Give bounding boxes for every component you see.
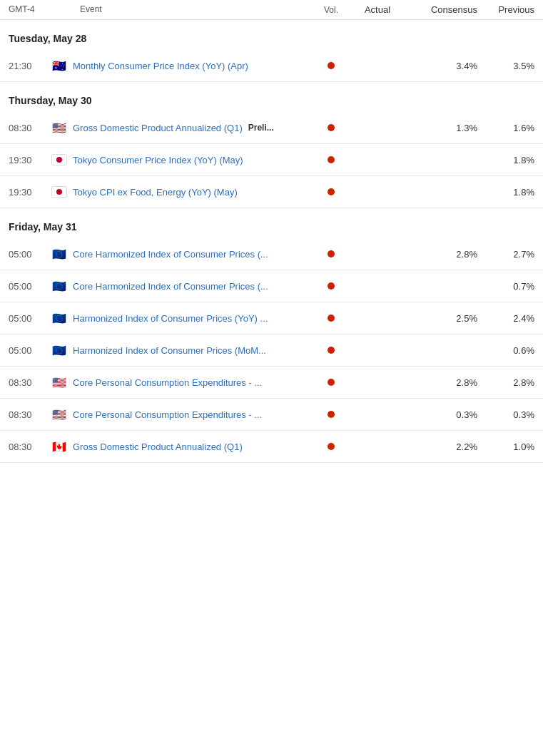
vol-dot [328, 379, 335, 386]
event-time: 19:30 [9, 155, 51, 165]
event-name[interactable]: Tokyo CPI ex Food, Energy (YoY) (May) [73, 187, 238, 198]
table-row: 08:30🇺🇸Core Personal Consumption Expendi… [0, 399, 543, 431]
date-heading: Friday, May 31 [0, 208, 543, 238]
flag-eu: 🇪🇺 [51, 312, 67, 324]
event-name[interactable]: Core Harmonized Index of Consumer Prices… [73, 281, 268, 292]
vol-indicator [313, 347, 349, 354]
vol-indicator [313, 188, 349, 195]
event-name[interactable]: Core Harmonized Index of Consumer Prices… [73, 249, 268, 260]
col-previous-header: Previous [477, 4, 534, 15]
event-time: 08:30 [9, 441, 51, 452]
event-content: 🇺🇸Core Personal Consumption Expenditures… [51, 377, 313, 388]
table-row: 05:00🇪🇺Core Harmonized Index of Consumer… [0, 238, 543, 270]
vol-indicator [313, 379, 349, 386]
col-timezone: GMT-4 [9, 4, 51, 15]
date-heading: Tuesday, May 28 [0, 20, 543, 50]
table-row: 19:30Tokyo Consumer Price Index (YoY) (M… [0, 144, 543, 176]
event-time: 08:30 [9, 123, 51, 133]
vol-dot [328, 62, 335, 69]
event-badge: Preli... [248, 123, 274, 133]
flag-us: 🇺🇸 [51, 122, 67, 133]
event-content: 🇨🇦Gross Domestic Product Annualized (Q1) [51, 441, 313, 452]
calendar-body: Tuesday, May 2821:30🇦🇺Monthly Consumer P… [0, 20, 543, 463]
date-heading: Thursday, May 30 [0, 82, 543, 112]
event-time: 19:30 [9, 187, 51, 198]
event-content: 🇺🇸Core Personal Consumption Expenditures… [51, 409, 313, 420]
event-name[interactable]: Core Personal Consumption Expenditures -… [73, 409, 262, 420]
event-name[interactable]: Core Personal Consumption Expenditures -… [73, 377, 262, 388]
consensus-value: 1.3% [406, 123, 477, 133]
event-name[interactable]: Harmonized Index of Consumer Prices (YoY… [73, 313, 268, 324]
flag-jp [51, 186, 67, 198]
consensus-value: 2.2% [406, 441, 477, 452]
event-content: Tokyo CPI ex Food, Energy (YoY) (May) [51, 186, 313, 198]
event-content: 🇪🇺Harmonized Index of Consumer Prices (M… [51, 344, 313, 356]
event-name[interactable]: Gross Domestic Product Annualized (Q1) [73, 123, 243, 133]
event-time: 08:30 [9, 377, 51, 388]
vol-dot [328, 411, 335, 418]
flag-eu: 🇪🇺 [51, 344, 67, 356]
consensus-value: 2.8% [406, 377, 477, 388]
event-content: 🇦🇺Monthly Consumer Price Index (YoY) (Ap… [51, 60, 313, 71]
table-row: 08:30🇨🇦Gross Domestic Product Annualized… [0, 431, 543, 463]
previous-value: 2.8% [477, 377, 534, 388]
event-time: 05:00 [9, 249, 51, 260]
col-event-header: Event [51, 4, 313, 15]
event-time: 05:00 [9, 345, 51, 356]
table-row: 05:00🇪🇺Harmonized Index of Consumer Pric… [0, 302, 543, 334]
event-time: 08:30 [9, 409, 51, 420]
vol-indicator [313, 315, 349, 322]
table-row: 08:30🇺🇸Gross Domestic Product Annualized… [0, 112, 543, 144]
previous-value: 1.8% [477, 155, 534, 165]
event-content: 🇪🇺Harmonized Index of Consumer Prices (Y… [51, 312, 313, 324]
flag-us: 🇺🇸 [51, 377, 67, 388]
flag-au: 🇦🇺 [51, 60, 67, 71]
vol-dot [328, 347, 335, 354]
previous-value: 1.8% [477, 187, 534, 198]
table-row: 05:00🇪🇺Core Harmonized Index of Consumer… [0, 270, 543, 302]
vol-indicator [313, 282, 349, 290]
table-row: 05:00🇪🇺Harmonized Index of Consumer Pric… [0, 334, 543, 367]
vol-dot [328, 124, 335, 131]
vol-dot [328, 250, 335, 257]
flag-jp [51, 154, 67, 165]
vol-dot [328, 188, 335, 195]
vol-indicator [313, 443, 349, 450]
vol-dot [328, 156, 335, 163]
col-consensus-header: Consensus [406, 4, 477, 15]
vol-indicator [313, 250, 349, 257]
event-name[interactable]: Tokyo Consumer Price Index (YoY) (May) [73, 155, 243, 165]
col-actual-header: Actual [349, 4, 406, 15]
previous-value: 2.7% [477, 249, 534, 260]
event-time: 05:00 [9, 281, 51, 292]
consensus-value: 2.5% [406, 313, 477, 324]
vol-dot [328, 443, 335, 450]
previous-value: 1.0% [477, 441, 534, 452]
flag-ca: 🇨🇦 [51, 441, 67, 452]
flag-us: 🇺🇸 [51, 409, 67, 420]
event-name[interactable]: Gross Domestic Product Annualized (Q1) [73, 441, 243, 452]
event-content: 🇺🇸Gross Domestic Product Annualized (Q1)… [51, 122, 313, 133]
table-row: 19:30Tokyo CPI ex Food, Energy (YoY) (Ma… [0, 176, 543, 208]
previous-value: 0.3% [477, 409, 534, 420]
vol-indicator [313, 124, 349, 131]
flag-eu: 🇪🇺 [51, 248, 67, 260]
consensus-value: 0.3% [406, 409, 477, 420]
vol-indicator [313, 411, 349, 418]
vol-indicator [313, 156, 349, 163]
event-content: 🇪🇺Core Harmonized Index of Consumer Pric… [51, 280, 313, 292]
flag-eu: 🇪🇺 [51, 280, 67, 292]
consensus-value: 3.4% [406, 61, 477, 71]
event-name[interactable]: Monthly Consumer Price Index (YoY) (Apr) [73, 61, 248, 71]
previous-value: 0.6% [477, 345, 534, 356]
table-row: 21:30🇦🇺Monthly Consumer Price Index (YoY… [0, 50, 543, 82]
event-content: 🇪🇺Core Harmonized Index of Consumer Pric… [51, 248, 313, 260]
vol-indicator [313, 62, 349, 69]
event-name[interactable]: Harmonized Index of Consumer Prices (MoM… [73, 345, 266, 356]
previous-value: 3.5% [477, 61, 534, 71]
header-row: GMT-4 Event Vol. Actual Consensus Previo… [0, 0, 543, 20]
previous-value: 1.6% [477, 123, 534, 133]
table-row: 08:30🇺🇸Core Personal Consumption Expendi… [0, 367, 543, 399]
vol-dot [328, 315, 335, 322]
consensus-value: 2.8% [406, 249, 477, 260]
